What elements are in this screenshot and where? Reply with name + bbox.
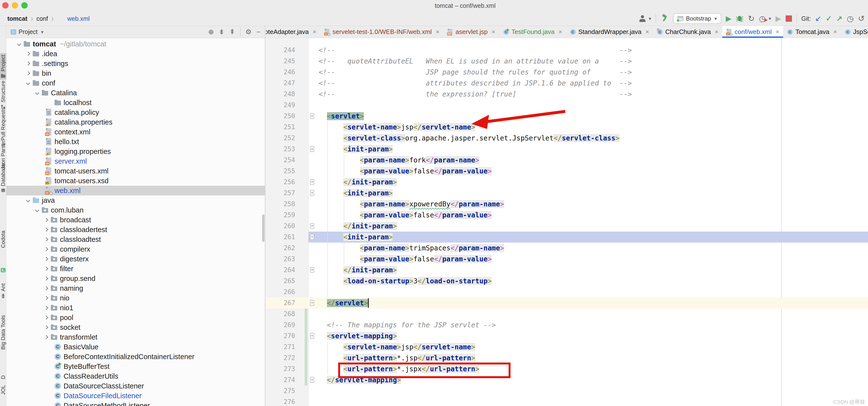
run-with-coverage-button[interactable]: ↻ bbox=[748, 15, 754, 23]
tree-item-datasourcefiledlistener[interactable]: CDataSourceFiledListener bbox=[6, 391, 265, 401]
tree-item-catalina-properties[interactable]: catalina.properties bbox=[6, 117, 265, 127]
code-line-272[interactable]: <url-pattern>*.jsp</url-pattern> bbox=[309, 352, 868, 364]
stripe-item-big-data-tools[interactable]: Big Data Tools bbox=[0, 314, 6, 351]
minimize-window-button[interactable] bbox=[12, 2, 18, 8]
tab-aservlet-jsp[interactable]: JSPaservlet.jsp× bbox=[443, 26, 499, 38]
stripe-item-terminal-icon[interactable] bbox=[0, 266, 6, 274]
tab-servelet-test-1-0-web-inf-web-xml[interactable]: <servelet-test-1.0/WEB-INF/web.xml× bbox=[320, 26, 443, 38]
code-line-261[interactable]: <init-param> bbox=[309, 232, 868, 243]
close-icon[interactable]: × bbox=[715, 28, 718, 36]
build-button[interactable] bbox=[660, 14, 669, 23]
code-line-245[interactable]: <!-- quoteAttributeEL When EL is used in… bbox=[309, 56, 868, 67]
tree-item-classreaderutils[interactable]: CClassReaderUtils bbox=[6, 371, 265, 381]
tree-item-transformlet[interactable]: transformlet bbox=[6, 332, 265, 342]
fold-marker[interactable] bbox=[310, 113, 314, 119]
debug-button[interactable] bbox=[736, 14, 744, 23]
code-line-254[interactable]: <param-name>fork</param-name> bbox=[309, 155, 868, 166]
tree-item-server-xml[interactable]: <>server.xml bbox=[6, 156, 265, 166]
hide-panel-button[interactable]: − bbox=[256, 28, 260, 36]
code-line-247[interactable]: <!-- attributes described in JSP.1.6 be … bbox=[309, 78, 868, 89]
git-update-button[interactable]: ↙ bbox=[815, 15, 821, 22]
chevron-right-icon[interactable] bbox=[44, 237, 49, 242]
chevron-down-icon[interactable] bbox=[26, 81, 30, 85]
tree-item-naming[interactable]: naming bbox=[6, 283, 265, 293]
close-window-button[interactable] bbox=[2, 2, 8, 8]
tree-item-digesterx[interactable]: digesterx bbox=[6, 254, 265, 264]
code-line-246[interactable]: <!-- JSP page should the rules for quoti… bbox=[309, 67, 868, 78]
chevron-right-icon[interactable] bbox=[44, 306, 49, 310]
code-line-259[interactable]: <param-value>false</param-value> bbox=[309, 210, 868, 221]
tree-item-bin[interactable]: bin bbox=[6, 68, 265, 78]
code-line-266[interactable] bbox=[309, 286, 868, 298]
tree-item-localhost[interactable]: localhost bbox=[6, 98, 265, 107]
breadcrumb-item-web-xml[interactable]: web.xml bbox=[67, 15, 90, 22]
chevron-right-icon[interactable] bbox=[44, 316, 49, 320]
run-button[interactable]: ▶ bbox=[726, 15, 731, 22]
chevron-right-icon[interactable] bbox=[44, 257, 49, 261]
tree-item-tomcat-users-xsd[interactable]: XStomcat-users.xsd bbox=[6, 176, 265, 185]
close-icon[interactable]: × bbox=[776, 28, 779, 36]
tree-item-hello-txt[interactable]: hello.txt bbox=[6, 137, 265, 146]
tree-item-classloadtest[interactable]: classloadtest bbox=[6, 235, 265, 244]
stop-button[interactable] bbox=[785, 15, 792, 22]
stripe-item-database[interactable]: Database bbox=[0, 162, 6, 195]
tab-charchunk-java[interactable]: CCharChunk.java× bbox=[653, 26, 722, 38]
close-icon[interactable]: × bbox=[436, 28, 439, 36]
code-line-271[interactable]: <servlet-name>jsp</servlet-name> bbox=[309, 341, 868, 352]
tree-item-catalina-policy[interactable]: catalina.policy bbox=[6, 107, 265, 117]
stripe-item-jol[interactable]: JOL bbox=[0, 383, 6, 396]
fold-marker[interactable] bbox=[310, 333, 314, 339]
user-accounts-button[interactable]: ▾ bbox=[640, 15, 651, 22]
chevron-right-icon[interactable] bbox=[26, 62, 30, 66]
code-line-252[interactable]: <servlet-class>org.apache.jasper.servlet… bbox=[309, 133, 868, 144]
fold-marker[interactable] bbox=[310, 377, 314, 383]
code-line-263[interactable]: <param-value>false</param-value> bbox=[309, 253, 868, 265]
code-line-265[interactable]: <load-on-startup>3</load-on-startup> bbox=[309, 276, 868, 286]
tab-tomcat-java[interactable]: CTomcat.java× bbox=[783, 26, 841, 38]
git-history-icon[interactable]: ◷ bbox=[847, 15, 854, 23]
fold-marker[interactable] bbox=[310, 179, 314, 185]
fold-marker[interactable] bbox=[310, 190, 314, 196]
profiler-button[interactable]: ◷▶▾ bbox=[759, 15, 771, 23]
fold-marker[interactable] bbox=[310, 146, 314, 152]
chevron-right-icon[interactable] bbox=[26, 52, 30, 56]
code-line-244[interactable]: <!-- --> bbox=[309, 45, 868, 56]
chevron-right-icon[interactable] bbox=[44, 276, 49, 281]
chevron-right-icon[interactable] bbox=[44, 267, 49, 271]
tab-conf-web-xml[interactable]: <conf/web.xml× bbox=[722, 26, 783, 38]
code-line-264[interactable]: </init-param> bbox=[309, 265, 868, 276]
chevron-down-icon[interactable]: ▾ bbox=[41, 29, 43, 35]
code-line-255[interactable]: <param-value>false</param-value> bbox=[309, 166, 868, 177]
tab-testfound-java[interactable]: CTestFound.java× bbox=[499, 26, 566, 38]
code-line-253[interactable]: <init-param> bbox=[309, 144, 868, 155]
chevron-right-icon[interactable] bbox=[44, 228, 49, 232]
code-line-258[interactable]: <param-name>xpoweredBy</param-name> bbox=[309, 199, 868, 210]
code-line-276[interactable] bbox=[309, 397, 868, 406]
chevron-right-icon[interactable] bbox=[44, 335, 49, 339]
code-line-257[interactable]: <init-param> bbox=[309, 188, 868, 199]
expand-all-button[interactable]: ⇟ bbox=[219, 28, 224, 36]
git-push-button[interactable]: ↗ bbox=[836, 15, 842, 22]
code-line-269[interactable]: <!-- The mappings for the JSP servlet --… bbox=[309, 319, 868, 331]
tree-item-idea[interactable]: .idea bbox=[6, 49, 265, 59]
locate-file-button[interactable]: ⊕ bbox=[208, 28, 214, 36]
tree-item-datasourceclasslistener[interactable]: CDataSourceClassListener bbox=[6, 381, 265, 391]
git-commit-button[interactable]: ✓ bbox=[826, 15, 832, 22]
chevron-down-icon[interactable] bbox=[26, 198, 30, 203]
chevron-down-icon[interactable] bbox=[35, 208, 39, 212]
tree-item-group-send[interactable]: group.send bbox=[6, 274, 265, 283]
tree-item-basicvalue[interactable]: CBasicValue bbox=[6, 342, 265, 352]
tree-item-filter[interactable]: filter bbox=[6, 264, 265, 274]
fold-marker[interactable] bbox=[310, 300, 314, 306]
git-rollback-button[interactable]: ↺ bbox=[858, 15, 865, 23]
chevron-right-icon[interactable] bbox=[44, 296, 49, 300]
code-line-248[interactable]: <!-- the expression? [true] --> bbox=[309, 89, 868, 100]
code-line-249[interactable] bbox=[309, 100, 868, 111]
tree-item-com-luban[interactable]: com.luban bbox=[6, 205, 265, 215]
tree-item-context-xml[interactable]: <>context.xml bbox=[6, 127, 265, 137]
editor-content[interactable]: 244<!-- -->245<!-- quoteAttributeEL When… bbox=[266, 38, 868, 406]
tree-item-classloadertest[interactable]: classloadertest bbox=[6, 225, 265, 235]
stripe-item-project[interactable]: Project bbox=[0, 53, 6, 80]
chevron-right-icon[interactable] bbox=[44, 326, 49, 330]
close-icon[interactable]: × bbox=[558, 28, 562, 36]
